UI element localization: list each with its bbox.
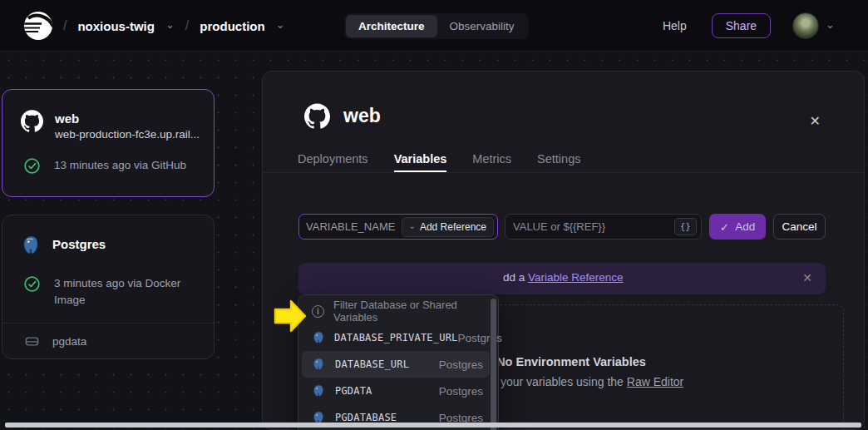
- help-link[interactable]: Help: [663, 19, 687, 32]
- filter-hint-label: Filter Database or Shared Variables: [333, 299, 483, 324]
- tab-metrics[interactable]: Metrics: [472, 152, 511, 172]
- breadcrumb-separator: /: [185, 18, 189, 33]
- variable-source: Postgres: [439, 358, 483, 371]
- dropdown-scrollbar[interactable]: [491, 299, 496, 430]
- banner-close-icon[interactable]: ✕: [802, 271, 812, 284]
- check-icon: ✓: [720, 220, 729, 234]
- variable-value-input[interactable]: [513, 220, 674, 233]
- tab-deployments[interactable]: Deployments: [298, 152, 368, 172]
- annotation-arrow-icon: [273, 298, 308, 334]
- scrollbar-thumb[interactable]: [491, 299, 496, 430]
- variable-reference-link[interactable]: Variable Reference: [528, 271, 624, 284]
- postgres-icon: [312, 384, 325, 398]
- environment-name[interactable]: production: [200, 19, 264, 33]
- postgres-icon: [21, 235, 41, 255]
- variable-source: Postgres: [439, 385, 483, 398]
- new-variable-form: ⌄ Add Reference {} ✓ Add Cancel: [298, 214, 826, 240]
- deploy-success-icon: [23, 275, 41, 293]
- breadcrumb: / noxious-twig ⌄ / production ⌄: [63, 0, 285, 52]
- tab-observability[interactable]: Observability: [437, 15, 527, 37]
- suggestion-database-url[interactable]: DATABASE_URL Postgres: [302, 351, 490, 378]
- deploy-status: 3 minutes ago via Docker Image: [54, 275, 187, 308]
- railway-logo-icon[interactable]: [23, 11, 53, 41]
- variable-name: DATABASE_PRIVATE_URL: [334, 332, 458, 344]
- variable-value-field[interactable]: {}: [505, 214, 702, 240]
- chevron-down-icon: ⌄: [409, 221, 416, 230]
- variable-name: DATABASE_URL: [335, 358, 439, 370]
- project-chevron-down-icon[interactable]: ⌄: [165, 18, 175, 31]
- filter-hint-row: i Filter Database or Shared Variables: [302, 298, 490, 324]
- service-card-web[interactable]: web web-production-fc3e.up.rail... 13 mi…: [2, 89, 215, 197]
- postgres-icon: [312, 358, 325, 371]
- tab-architecture[interactable]: Architecture: [346, 15, 437, 37]
- service-card-postgres[interactable]: Postgres 3 minutes ago via Docker Image …: [2, 215, 215, 359]
- close-icon[interactable]: ✕: [810, 113, 821, 129]
- suggestion-pgdata[interactable]: PGDATA Postgres: [302, 378, 490, 404]
- raw-editor-link[interactable]: Raw Editor: [627, 375, 683, 388]
- variable-reference-banner: dd a Variable Reference ✕: [298, 263, 826, 294]
- environment-chevron-down-icon[interactable]: ⌄: [276, 18, 285, 31]
- add-reference-button[interactable]: ⌄ Add Reference: [402, 217, 494, 237]
- panel-title: web: [343, 105, 381, 127]
- breadcrumb-separator: /: [63, 18, 67, 33]
- variable-name-input[interactable]: [306, 220, 402, 233]
- service-domain[interactable]: web-production-fc3e.up.rail...: [55, 128, 200, 141]
- braces-icon[interactable]: {}: [674, 218, 697, 235]
- bottom-edge-strip: [5, 423, 861, 428]
- view-switcher: Architecture Observability: [344, 13, 529, 39]
- panel-tabs: Deployments Variables Metrics Settings: [263, 129, 864, 173]
- architecture-canvas[interactable]: web web-production-fc3e.up.rail... 13 mi…: [0, 52, 868, 430]
- tab-settings[interactable]: Settings: [537, 152, 580, 172]
- info-icon: i: [312, 305, 324, 318]
- share-button[interactable]: Share: [712, 13, 771, 38]
- tab-variables[interactable]: Variables: [394, 152, 447, 172]
- volume-icon: [24, 334, 40, 349]
- service-title: web: [55, 110, 200, 128]
- railway-app: / noxious-twig ⌄ / production ⌄ Architec…: [0, 0, 868, 430]
- user-avatar[interactable]: [792, 12, 819, 39]
- github-icon: [304, 103, 330, 129]
- variable-name: PGDATABASE: [335, 412, 439, 423]
- postgres-icon: [312, 331, 325, 344]
- volume-name: pgdata: [52, 335, 86, 348]
- empty-state-subtitle: your variables using the Raw Editor: [501, 375, 683, 388]
- add-variable-button[interactable]: ✓ Add: [709, 214, 766, 240]
- cancel-button[interactable]: Cancel: [773, 214, 826, 240]
- variable-name-field[interactable]: ⌄ Add Reference: [298, 214, 498, 240]
- variable-name: PGDATA: [335, 385, 439, 397]
- suggestion-database-private-url[interactable]: DATABASE_PRIVATE_URL Postgres: [302, 324, 490, 351]
- volume-row[interactable]: pgdata: [2, 324, 214, 349]
- service-title: Postgres: [52, 235, 106, 254]
- topbar-right: Help Share ⌄: [663, 0, 835, 52]
- variable-suggestions-dropdown: i Filter Database or Shared Variables DA…: [298, 294, 499, 430]
- github-icon: [21, 110, 43, 132]
- banner-text: dd a Variable Reference: [503, 271, 624, 284]
- deploy-success-icon: [23, 157, 41, 175]
- account-chevron-down-icon[interactable]: ⌄: [826, 18, 835, 31]
- deploy-status: 13 minutes ago via GitHub: [54, 157, 186, 174]
- top-bar: / noxious-twig ⌄ / production ⌄ Architec…: [0, 0, 868, 52]
- project-name[interactable]: noxious-twig: [77, 19, 155, 33]
